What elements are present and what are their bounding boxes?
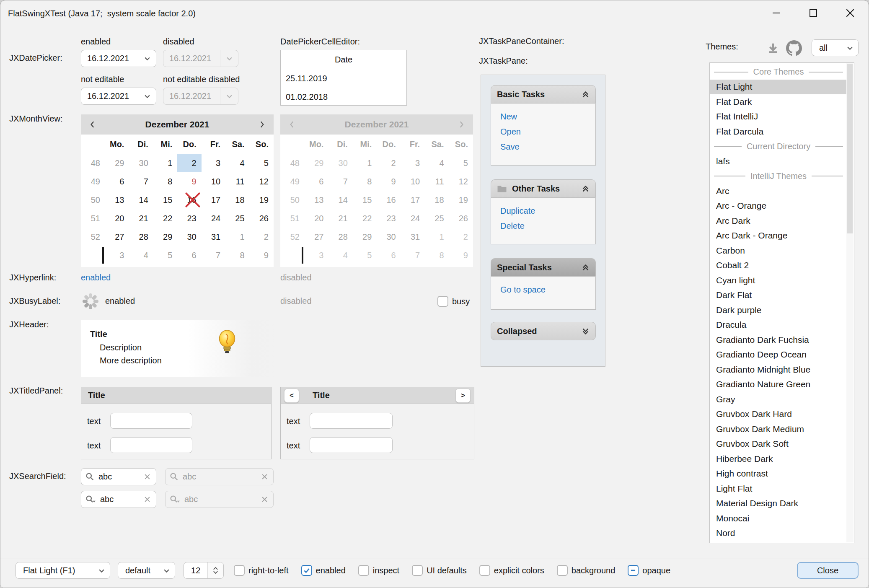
table-row[interactable]: 01.02.2018: [281, 88, 406, 106]
theme-item-gray[interactable]: Gray: [710, 392, 847, 407]
datepicker-value[interactable]: 16.12.2021: [81, 91, 138, 101]
search-input[interactable]: abc: [99, 495, 140, 504]
taskpane-header-basic-tasks[interactable]: Basic Tasks: [491, 85, 596, 104]
checkbox-opaque[interactable]: opaque: [628, 565, 670, 576]
search-icon[interactable]: [85, 472, 94, 481]
font-combo[interactable]: default: [118, 562, 175, 579]
github-icon[interactable]: [785, 39, 803, 57]
day-cell[interactable]: 17: [202, 191, 225, 209]
close-button[interactable]: Close: [797, 562, 859, 579]
text-input[interactable]: [310, 413, 393, 429]
theme-item-arc-dark[interactable]: Arc Dark: [710, 213, 847, 228]
theme-item-monocai[interactable]: Monocai: [710, 511, 847, 526]
spinner-value[interactable]: 12: [184, 562, 207, 578]
laf-combo[interactable]: Flat Light (F1): [16, 562, 110, 579]
theme-item-hiberbee-dark[interactable]: Hiberbee Dark: [710, 451, 847, 466]
unchecked-checkbox[interactable]: [557, 565, 568, 576]
day-cell[interactable]: 11: [225, 172, 249, 191]
day-cell[interactable]: 30: [177, 228, 201, 246]
theme-item-arc-orange[interactable]: Arc - Orange: [710, 199, 847, 214]
day-cell[interactable]: 9: [177, 172, 201, 191]
close-window-button[interactable]: [838, 4, 862, 22]
prev-month-button[interactable]: [81, 114, 104, 135]
theme-item-cobalt-2[interactable]: Cobalt 2: [710, 258, 847, 273]
unchecked-checkbox[interactable]: [479, 565, 490, 576]
checkbox-busy[interactable]: busy: [437, 296, 470, 307]
day-cell[interactable]: 12: [250, 172, 274, 191]
day-cell[interactable]: 1: [225, 228, 249, 246]
day-cell[interactable]: 3: [202, 154, 225, 172]
day-cell[interactable]: 28: [129, 228, 153, 246]
checkbox-explicit-colors[interactable]: explicit colors: [479, 565, 544, 576]
task-link-go-to-space[interactable]: Go to space: [500, 285, 595, 300]
indeterminate-checkbox[interactable]: [628, 565, 639, 576]
next-month-button[interactable]: [250, 114, 274, 135]
clear-icon[interactable]: [144, 496, 151, 503]
day-cell[interactable]: 4: [129, 246, 153, 264]
theme-item-gradianto-deep-ocean[interactable]: Gradianto Deep Ocean: [710, 347, 847, 363]
day-cell[interactable]: 30: [129, 154, 153, 172]
day-cell[interactable]: 8: [225, 246, 249, 264]
day-cell[interactable]: 2: [250, 228, 274, 246]
day-cell[interactable]: 19: [250, 191, 274, 209]
datepicker-enabled[interactable]: 16.12.2021: [81, 50, 156, 67]
text-input[interactable]: [110, 437, 192, 453]
theme-item-high-contrast[interactable]: High contrast: [710, 466, 847, 482]
checkbox-ui-defaults[interactable]: UI defaults: [412, 565, 467, 576]
scrollbar-thumb[interactable]: [847, 64, 853, 233]
hyperlink-enabled[interactable]: enabled: [81, 273, 111, 282]
day-cell[interactable]: 2: [177, 154, 201, 172]
day-cell[interactable]: 16: [177, 191, 201, 209]
download-icon[interactable]: [765, 40, 781, 57]
maximize-button[interactable]: [801, 4, 825, 22]
datepicker-value[interactable]: 16.12.2021: [81, 54, 138, 63]
text-input[interactable]: [310, 437, 393, 453]
day-cell[interactable]: 22: [153, 209, 177, 228]
theme-item-light-flat[interactable]: Light Flat: [710, 481, 847, 496]
search-input[interactable]: abc: [98, 472, 140, 482]
theme-item-gruvbox-dark-medium[interactable]: Gruvbox Dark Medium: [710, 422, 847, 437]
day-cell[interactable]: 14: [129, 191, 153, 209]
day-cell[interactable]: 6: [177, 246, 201, 264]
day-cell[interactable]: 5: [153, 246, 177, 264]
theme-item-flat-darcula[interactable]: Flat Darcula: [710, 124, 847, 139]
day-cell[interactable]: 7: [202, 246, 225, 264]
theme-item-gruvbox-dark-hard[interactable]: Gruvbox Dark Hard: [710, 407, 847, 422]
themes-filter-combo[interactable]: all: [812, 39, 859, 56]
theme-item-flat-intellij[interactable]: Flat IntelliJ: [710, 109, 847, 124]
checked-checkbox[interactable]: [301, 565, 312, 576]
day-cell[interactable]: 9: [250, 246, 274, 264]
chevron-down-icon[interactable]: [138, 50, 156, 67]
day-cell[interactable]: 7: [129, 172, 153, 191]
day-cell[interactable]: 8: [153, 172, 177, 191]
theme-item-dark-flat[interactable]: Dark Flat: [710, 288, 847, 303]
day-cell[interactable]: 29: [153, 228, 177, 246]
searchfield-with-menu-enabled[interactable]: abc: [81, 491, 156, 508]
theme-item-flat-light[interactable]: Flat Light: [710, 80, 847, 95]
day-cell[interactable]: 24: [202, 209, 225, 228]
theme-item-gradianto-dark-fuchsia[interactable]: Gradianto Dark Fuchsia: [710, 332, 847, 347]
theme-item-cyan-light[interactable]: Cyan light: [710, 273, 847, 288]
theme-item-dark-purple[interactable]: Dark purple: [710, 303, 847, 318]
day-cell[interactable]: 25: [225, 209, 249, 228]
task-link-save[interactable]: Save: [500, 142, 595, 157]
day-cell[interactable]: 23: [177, 209, 201, 228]
checkbox-background[interactable]: background: [557, 565, 616, 576]
theme-item-lafs[interactable]: lafs: [710, 154, 847, 169]
searchfield-enabled[interactable]: abc: [81, 468, 156, 485]
theme-item-gradianto-midnight-blue[interactable]: Gradianto Midnight Blue: [710, 362, 847, 377]
chevron-down-icon[interactable]: [138, 88, 156, 104]
task-link-duplicate[interactable]: Duplicate: [500, 206, 595, 221]
titledpanel-next-button[interactable]: >: [455, 389, 471, 403]
day-cell[interactable]: 27: [105, 228, 129, 246]
day-cell[interactable]: 3: [105, 246, 129, 264]
task-link-new[interactable]: New: [500, 112, 595, 127]
titledpanel-prev-button[interactable]: <: [284, 389, 299, 403]
unchecked-checkbox[interactable]: [234, 565, 245, 576]
day-cell[interactable]: 20: [105, 209, 129, 228]
theme-item-gradianto-nature-green[interactable]: Gradianto Nature Green: [710, 377, 847, 392]
search-menu-icon[interactable]: [85, 495, 96, 504]
clear-icon[interactable]: [144, 473, 151, 480]
taskpane-header-other-tasks[interactable]: Other Tasks: [491, 179, 596, 198]
minimize-button[interactable]: [764, 4, 789, 22]
